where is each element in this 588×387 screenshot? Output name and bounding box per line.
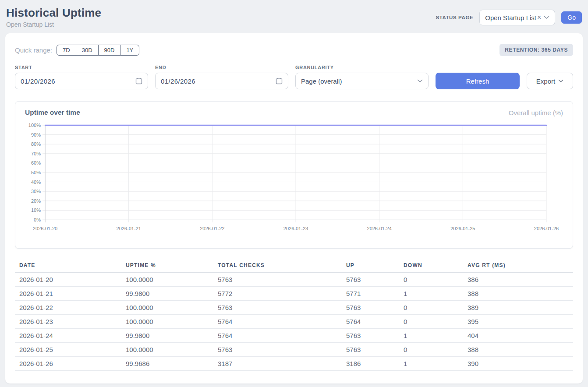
svg-text:80%: 80%	[31, 141, 41, 147]
svg-text:100%: 100%	[28, 123, 41, 128]
svg-text:2026-01-23: 2026-01-23	[283, 226, 308, 231]
table-cell: 1	[399, 287, 463, 301]
svg-text:2026-01-26: 2026-01-26	[534, 226, 559, 231]
svg-text:90%: 90%	[31, 132, 41, 137]
svg-text:2026-01-20: 2026-01-20	[33, 226, 57, 231]
start-date-value: 01/20/2026	[21, 77, 55, 85]
table-cell: 5763	[213, 273, 342, 287]
table-cell: 5763	[342, 343, 399, 357]
table-row: 2026-01-2499.9800576457631404	[15, 329, 573, 343]
page: Historical Uptime Open Startup List STAT…	[0, 0, 588, 387]
quick-range-label: Quick range:	[15, 46, 52, 54]
table-cell: 0	[399, 343, 463, 357]
refresh-button[interactable]: Refresh	[436, 73, 520, 89]
table-cell: 3186	[342, 357, 399, 371]
main-card: Quick range: 7D 30D 90D 1Y RETENTION: 36…	[5, 33, 583, 383]
filters-row: START 01/20/2026 END 01/26/2026	[15, 65, 573, 89]
start-date-input[interactable]: 01/20/2026	[15, 73, 148, 89]
chevron-down-icon	[558, 79, 563, 83]
table-cell: 2026-01-20	[15, 273, 121, 287]
table-cell: 0	[399, 273, 463, 287]
table-cell: 5772	[213, 287, 342, 301]
table-cell: 100.0000	[121, 301, 213, 315]
granularity-field: GRANULARITY Page (overall)	[295, 65, 429, 89]
table-header-row: DATEUPTIME %TOTAL CHECKSUPDOWNAVG RT (MS…	[15, 260, 573, 273]
table-cell: 2026-01-26	[15, 357, 121, 371]
clear-icon[interactable]: ×	[537, 14, 541, 21]
go-button[interactable]: Go	[561, 11, 582, 24]
table-cell: 99.9800	[121, 329, 213, 343]
svg-text:30%: 30%	[31, 189, 41, 194]
quick-range-segmented: 7D 30D 90D 1Y	[57, 45, 139, 56]
table-cell: 386	[463, 273, 573, 287]
table-column-header: UP	[342, 260, 399, 273]
table-column-header: DATE	[15, 260, 121, 273]
table-cell: 2026-01-21	[15, 287, 121, 301]
topbar-left: Historical Uptime Open Startup List	[6, 6, 101, 28]
table-cell: 2026-01-22	[15, 301, 121, 315]
svg-text:60%: 60%	[31, 160, 41, 165]
svg-text:2026-01-22: 2026-01-22	[200, 226, 224, 231]
page-title: Historical Uptime	[6, 6, 101, 20]
status-page-select[interactable]: Open Startup List ×	[479, 10, 555, 25]
uptime-chart-card: Uptime over time Overall uptime (%) 0%10…	[15, 101, 573, 249]
table-cell: 5763	[342, 273, 399, 287]
chart-legend: Overall uptime (%)	[509, 109, 563, 116]
quick-range-30d-button[interactable]: 30D	[76, 45, 99, 56]
table-cell: 100.0000	[121, 273, 213, 287]
quick-range-90d-button[interactable]: 90D	[98, 45, 121, 56]
svg-text:2026-01-21: 2026-01-21	[117, 226, 141, 231]
end-date-input[interactable]: 01/26/2026	[155, 73, 288, 89]
svg-text:70%: 70%	[31, 151, 41, 156]
table-cell: 2026-01-24	[15, 329, 121, 343]
table-column-header: AVG RT (MS)	[463, 260, 573, 273]
table-cell: 388	[463, 343, 573, 357]
granularity-label: GRANULARITY	[295, 65, 429, 70]
topbar: Historical Uptime Open Startup List STAT…	[5, 5, 583, 33]
retention-badge: RETENTION: 365 DAYS	[499, 44, 573, 56]
table-cell: 5764	[213, 329, 342, 343]
table-cell: 5763	[213, 301, 342, 315]
filters-top-row: Quick range: 7D 30D 90D 1Y RETENTION: 36…	[15, 44, 573, 56]
table-cell: 5764	[342, 315, 399, 329]
table-cell: 2026-01-23	[15, 315, 121, 329]
table-cell: 5771	[342, 287, 399, 301]
table-cell: 1	[399, 329, 463, 343]
uptime-table-body: 2026-01-20100.00005763576303862026-01-21…	[15, 273, 573, 371]
table-cell: 2026-01-25	[15, 343, 121, 357]
chevron-down-icon	[544, 16, 549, 19]
table-row: 2026-01-23100.0000576457640395	[15, 315, 573, 329]
table-cell: 0	[399, 315, 463, 329]
page-subtitle: Open Startup List	[6, 21, 101, 28]
calendar-icon[interactable]	[135, 77, 142, 84]
quick-range-7d-button[interactable]: 7D	[57, 45, 76, 56]
svg-text:20%: 20%	[31, 198, 41, 204]
chart-title: Uptime over time	[25, 109, 80, 116]
export-button[interactable]: Export	[527, 73, 573, 89]
table-cell: 100.0000	[121, 343, 213, 357]
table-cell: 99.9686	[121, 357, 213, 371]
chart-header: Uptime over time Overall uptime (%)	[24, 109, 564, 116]
table-cell: 5763	[342, 301, 399, 315]
calendar-icon[interactable]	[276, 77, 283, 84]
table-cell: 5763	[213, 343, 342, 357]
table-row: 2026-01-2199.9800577257711388	[15, 287, 573, 301]
uptime-table: DATEUPTIME %TOTAL CHECKSUPDOWNAVG RT (MS…	[15, 260, 573, 371]
svg-text:2026-01-25: 2026-01-25	[450, 226, 475, 231]
end-date-field: END 01/26/2026	[155, 65, 288, 89]
table-cell: 389	[463, 301, 573, 315]
svg-text:2026-01-24: 2026-01-24	[367, 226, 392, 231]
end-date-value: 01/26/2026	[161, 77, 195, 85]
table-cell: 404	[463, 329, 573, 343]
table-row: 2026-01-25100.0000576357630388	[15, 343, 573, 357]
start-date-field: START 01/20/2026	[15, 65, 148, 89]
uptime-line-chart: 0%10%20%30%40%50%60%70%80%90%100%2026-01…	[24, 120, 563, 237]
granularity-select[interactable]: Page (overall)	[295, 73, 429, 89]
quick-range-1y-button[interactable]: 1Y	[120, 45, 139, 56]
table-cell: 100.0000	[121, 315, 213, 329]
table-cell: 3187	[213, 357, 342, 371]
table-cell: 99.9800	[121, 287, 213, 301]
svg-text:10%: 10%	[31, 208, 41, 213]
table-row: 2026-01-22100.0000576357630389	[15, 301, 573, 315]
svg-text:0%: 0%	[34, 217, 41, 222]
